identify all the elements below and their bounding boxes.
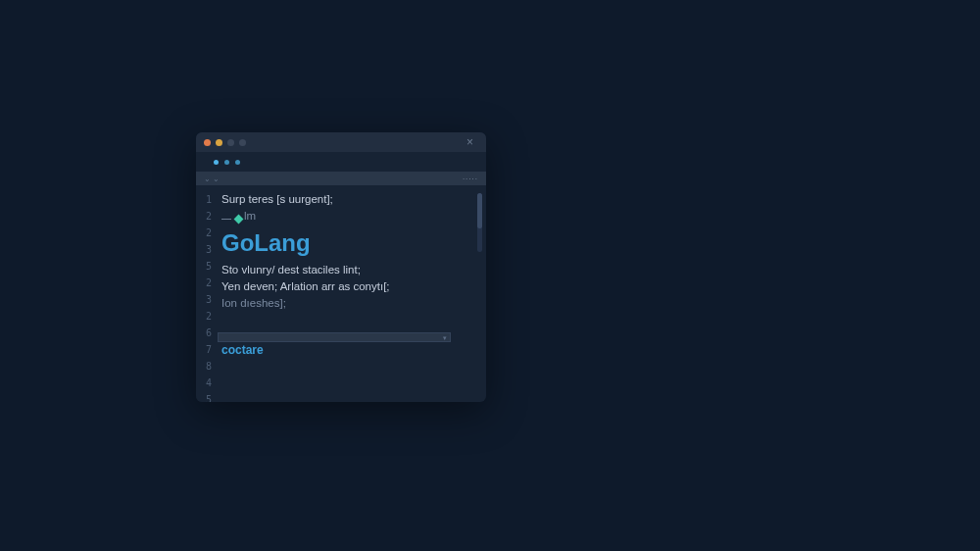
tab-indicator-icon[interactable] [214, 160, 219, 165]
line-number: 2 [196, 275, 212, 291]
code-line: Yen deven; Arlation arr as conytı[; [221, 278, 486, 295]
code-line: Ion dıeshes]; [221, 295, 486, 312]
line-number: 2 [196, 225, 212, 241]
disabled-dot-icon [227, 139, 234, 146]
fold-chevrons-icon[interactable]: ⌄⌄ [204, 175, 220, 183]
line-number: 8 [196, 358, 212, 375]
chevron-down-icon: ▾ [443, 334, 447, 342]
line-number: 5 [196, 391, 212, 402]
code-line: Surp teres [s uurgent]; [221, 191, 486, 208]
traffic-lights [204, 139, 246, 146]
line-number: 3 [196, 291, 212, 308]
sub-toolbar: ⌄⌄ ····· [196, 172, 486, 185]
editor-window: × ⌄⌄ ····· 1 2 2 3 5 2 3 2 6 7 8 4 5 6 [196, 132, 486, 402]
line-number: 2 [196, 208, 212, 225]
tab-indicator-icon[interactable] [224, 160, 229, 165]
close-dot-icon[interactable] [204, 139, 211, 146]
minimize-dot-icon[interactable] [216, 139, 222, 146]
editor-body: 1 2 2 3 5 2 3 2 6 7 8 4 5 6 Surp teres [… [196, 185, 486, 402]
language-heading: GoLang [221, 226, 486, 260]
line-number: 6 [196, 325, 212, 341]
line-number: 3 [196, 241, 212, 258]
scrollbar[interactable] [477, 193, 482, 252]
tab-strip [196, 152, 486, 172]
more-dots-icon[interactable]: ····· [463, 175, 478, 183]
code-line: coctare [221, 342, 486, 359]
line-number: 1 [196, 191, 212, 208]
line-number: 5 [196, 258, 212, 275]
arrow-diamond-icon [221, 216, 244, 223]
line-number: 4 [196, 375, 212, 391]
scrollbar-thumb[interactable] [477, 193, 482, 228]
link-word[interactable]: coctare [221, 343, 264, 357]
line-number: 7 [196, 341, 212, 358]
line-number: 2 [196, 308, 212, 325]
disabled-dot-icon [239, 139, 246, 146]
code-line [221, 312, 486, 328]
close-icon[interactable]: × [466, 136, 478, 148]
code-line: lm [221, 208, 486, 225]
line-gutter: 1 2 2 3 5 2 3 2 6 7 8 4 5 6 [196, 185, 218, 402]
tab-indicator-icon[interactable] [235, 160, 240, 165]
dropdown-select[interactable]: ▾ [218, 332, 451, 342]
titlebar: × [196, 132, 486, 152]
code-area[interactable]: Surp teres [s uurgent]; lm GoLang Sto vl… [218, 185, 486, 402]
code-line: Sto vlunry/ dest staciles lint; [221, 262, 486, 278]
